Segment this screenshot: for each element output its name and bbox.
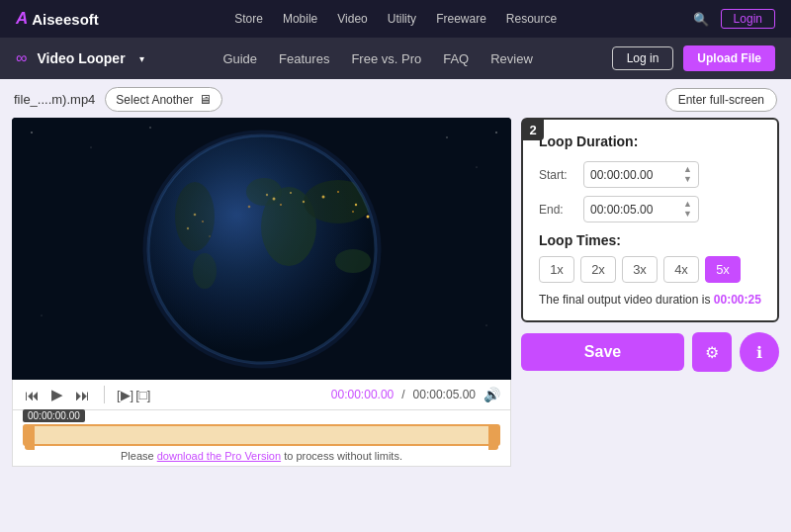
svg-point-2: [91, 147, 92, 148]
second-nav-links: Guide Features Free vs. Pro FAQ Review: [222, 51, 532, 66]
start-spinner[interactable]: ▲ ▼: [683, 165, 692, 184]
loop-4x-button[interactable]: 4x: [663, 256, 699, 283]
time-separator: /: [401, 388, 404, 401]
top-nav-links: Store Mobile Video Utility Freeware Reso…: [234, 12, 557, 26]
logo-text: Aiseesoft: [32, 11, 99, 28]
video-controls: ⏮ ▶ ⏭ [▶] [□] 00:00:00.00 / 00:00:05.00 …: [12, 380, 511, 410]
total-time: 00:00:05.00: [413, 388, 476, 401]
save-settings-button[interactable]: ⚙: [692, 332, 732, 372]
volume-icon[interactable]: 🔊: [483, 387, 500, 402]
nav-faq[interactable]: FAQ: [443, 51, 469, 66]
current-time: 00:00:00.00: [331, 388, 394, 401]
top-navigation: A Aiseesoft Store Mobile Video Utility F…: [0, 0, 791, 38]
end-spin-down-icon[interactable]: ▼: [683, 210, 692, 219]
svg-point-3: [149, 127, 150, 128]
start-time-row: Start: ▲ ▼: [539, 161, 761, 188]
timeline-area: 00:00:00.00 Please download the Pro Vers…: [12, 410, 511, 467]
svg-point-9: [486, 325, 487, 326]
bracket-controls[interactable]: [▶] [□]: [117, 388, 150, 402]
nav-mobile[interactable]: Mobile: [283, 12, 317, 26]
timeline-handle-right[interactable]: [488, 424, 498, 450]
nav-freeware[interactable]: Freeware: [436, 12, 486, 26]
pro-message-prefix: Please: [121, 450, 157, 462]
nav-free-vs-pro[interactable]: Free vs. Pro: [351, 51, 421, 66]
end-time-row: End: ▲ ▼: [539, 196, 761, 222]
second-nav-right: Log in Upload File: [612, 45, 775, 71]
svg-point-5: [446, 136, 447, 137]
video-panel: ⏮ ▶ ⏭ [▶] [□] 00:00:00.00 / 00:00:05.00 …: [12, 118, 511, 467]
nav-video[interactable]: Video: [337, 12, 367, 26]
enter-fullscreen-button[interactable]: Enter full-screen: [665, 88, 777, 112]
end-time-input[interactable]: [590, 203, 679, 217]
gear-icon: ⚙: [705, 343, 719, 362]
loop-times-title: Loop Times:: [539, 232, 761, 248]
loop-2x-button[interactable]: 2x: [580, 256, 616, 283]
app-brand: ∞ Video Looper ▾: [16, 49, 144, 67]
controls-right: 00:00:00.00 / 00:00:05.00 🔊: [331, 387, 500, 402]
top-nav-right: 🔍 Login: [693, 9, 775, 29]
timeline-handle-left[interactable]: [25, 424, 35, 450]
skip-forward-button[interactable]: ⏭: [73, 385, 92, 405]
end-spinner[interactable]: ▲ ▼: [683, 200, 692, 219]
upload-file-button[interactable]: Upload File: [683, 45, 775, 71]
app-title: Video Looper: [37, 50, 125, 66]
loop-1x-button[interactable]: 1x: [539, 256, 574, 283]
main-content: file_....m).mp4 Select Another 🖥 Enter f…: [0, 79, 791, 475]
loop-icon: ∞: [16, 49, 27, 67]
pro-message-suffix: to process without limits.: [281, 450, 402, 462]
svg-point-1: [31, 132, 33, 133]
select-another-button[interactable]: Select Another 🖥: [105, 87, 222, 112]
file-bar: file_....m).mp4 Select Another 🖥 Enter f…: [12, 87, 779, 112]
nav-resource[interactable]: Resource: [506, 12, 557, 26]
video-earth-visual: [12, 118, 511, 380]
controls-divider: [104, 386, 105, 403]
spin-down-icon[interactable]: ▼: [683, 175, 692, 184]
start-time-input-wrapper: ▲ ▼: [583, 161, 699, 188]
loop-duration-box: 2 Loop Duration: Start: ▲ ▼ End:: [521, 118, 779, 322]
pro-version-link[interactable]: download the Pro Version: [157, 450, 281, 462]
loop-5x-button[interactable]: 5x: [705, 256, 741, 283]
loop-duration-title: Loop Duration:: [539, 133, 761, 149]
log-in-button[interactable]: Log in: [612, 46, 674, 70]
output-prefix: The final output video duration is: [539, 293, 714, 307]
editor-area: ⏮ ▶ ⏭ [▶] [□] 00:00:00.00 / 00:00:05.00 …: [12, 118, 779, 467]
monitor-icon: 🖥: [199, 92, 212, 107]
loop-3x-button[interactable]: 3x: [622, 256, 658, 283]
end-label: End:: [539, 203, 573, 217]
nav-store[interactable]: Store: [234, 12, 263, 26]
skip-back-button[interactable]: ⏮: [23, 385, 42, 405]
search-icon[interactable]: 🔍: [693, 12, 709, 27]
controls-left: ⏮ ▶ ⏭ [▶] [□]: [23, 384, 150, 405]
spin-up-icon[interactable]: ▲: [683, 165, 692, 174]
output-time-value: 00:00:25: [714, 293, 761, 307]
loop-times-buttons: 1x 2x 3x 4x 5x: [539, 256, 761, 283]
play-button[interactable]: ▶: [49, 384, 65, 405]
save-button[interactable]: Save: [521, 333, 684, 371]
bracket-right-icon: [□]: [135, 388, 150, 402]
timeline-track[interactable]: [23, 424, 500, 446]
timeline-time-label: 00:00:00.00: [23, 409, 85, 422]
logo: A Aiseesoft: [16, 9, 99, 29]
start-time-input[interactable]: [590, 168, 679, 182]
right-panel: 2 Loop Duration: Start: ▲ ▼ End:: [521, 118, 779, 372]
bracket-left-icon: [▶]: [117, 388, 133, 402]
select-another-label: Select Another: [116, 93, 193, 107]
second-navigation: ∞ Video Looper ▾ Guide Features Free vs.…: [0, 38, 791, 79]
save-info-button[interactable]: ℹ: [740, 332, 779, 372]
nav-review[interactable]: Review: [490, 51, 533, 66]
nav-features[interactable]: Features: [279, 51, 329, 66]
file-name: file_....m).mp4: [14, 92, 95, 107]
svg-point-6: [477, 167, 478, 168]
nav-guide[interactable]: Guide: [222, 51, 257, 66]
box-number: 2: [522, 119, 544, 140]
nav-utility[interactable]: Utility: [388, 12, 416, 26]
top-login-button[interactable]: Login: [721, 9, 775, 29]
chevron-down-icon[interactable]: ▾: [139, 53, 144, 64]
pro-message: Please download the Pro Version to proce…: [23, 450, 500, 462]
end-spin-up-icon[interactable]: ▲: [683, 200, 692, 209]
svg-point-7: [495, 132, 497, 133]
end-time-input-wrapper: ▲ ▼: [583, 196, 699, 222]
start-label: Start:: [539, 168, 573, 182]
logo-a-letter: A: [16, 9, 28, 29]
svg-point-8: [41, 314, 42, 315]
